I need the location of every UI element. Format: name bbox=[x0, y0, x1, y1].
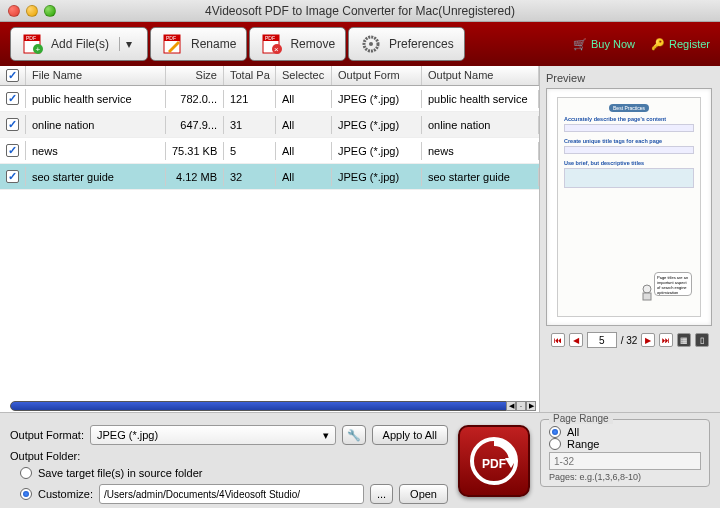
rename-button[interactable]: PDF Rename bbox=[150, 27, 247, 61]
row-checkbox[interactable] bbox=[6, 118, 19, 131]
single-view-button[interactable]: ▯ bbox=[695, 333, 709, 347]
convert-button[interactable]: PDF bbox=[458, 425, 530, 497]
file-list-panel: File Name Size Total Pa Selectec Output … bbox=[0, 66, 540, 412]
svg-text:PDF: PDF bbox=[482, 457, 506, 471]
thumbnail-view-button[interactable]: ▦ bbox=[677, 333, 691, 347]
page-range-fieldset: Page Range All Range Pages: e.g.(1,3,6,8… bbox=[540, 419, 710, 487]
mascot-icon bbox=[640, 284, 654, 302]
cell-total: 5 bbox=[224, 142, 276, 160]
cell-selected: All bbox=[276, 116, 332, 134]
prev-page-button[interactable]: ◀ bbox=[569, 333, 583, 347]
pdf-remove-icon: PDF× bbox=[260, 32, 284, 56]
open-folder-button[interactable]: Open bbox=[399, 484, 448, 504]
svg-rect-16 bbox=[643, 293, 651, 300]
cell-selected: All bbox=[276, 142, 332, 160]
cell-total: 32 bbox=[224, 168, 276, 186]
svg-text:×: × bbox=[274, 45, 279, 54]
remove-label: Remove bbox=[290, 37, 335, 51]
register-link[interactable]: 🔑Register bbox=[651, 38, 710, 51]
format-settings-button[interactable]: 🔧 bbox=[342, 425, 366, 445]
pv-badge: Best Practices bbox=[609, 104, 649, 112]
key-icon: 🔑 bbox=[651, 38, 665, 51]
window-title: 4Videosoft PDF to Image Converter for Ma… bbox=[0, 4, 720, 18]
table-row[interactable]: news 75.31 KB 5 All JPEG (*.jpg) news bbox=[0, 138, 539, 164]
customize-radio[interactable] bbox=[20, 488, 32, 500]
chevron-down-icon: ▾ bbox=[323, 429, 329, 442]
table-row[interactable]: seo starter guide 4.12 MB 32 All JPEG (*… bbox=[0, 164, 539, 190]
row-checkbox[interactable] bbox=[6, 92, 19, 105]
preview-callout: Page titles are an important aspect of s… bbox=[654, 272, 692, 296]
cell-output: news bbox=[422, 142, 539, 160]
svg-text:PDF: PDF bbox=[166, 35, 176, 41]
buy-now-link[interactable]: 🛒Buy Now bbox=[573, 38, 635, 51]
save-source-label: Save target file(s) in source folder bbox=[38, 467, 202, 479]
cell-size: 75.31 KB bbox=[166, 142, 224, 160]
col-format[interactable]: Output Form bbox=[332, 66, 422, 85]
cell-size: 647.9... bbox=[166, 116, 224, 134]
row-checkbox[interactable] bbox=[6, 170, 19, 183]
page-input[interactable] bbox=[587, 332, 617, 348]
range-all-radio[interactable] bbox=[549, 426, 561, 438]
col-total[interactable]: Total Pa bbox=[224, 66, 276, 85]
preview-box: Best Practices Accurately describe the p… bbox=[546, 88, 712, 326]
pdf-rename-icon: PDF bbox=[161, 32, 185, 56]
row-checkbox[interactable] bbox=[6, 144, 19, 157]
cell-output: public health service bbox=[422, 90, 539, 108]
wrench-icon: 🔧 bbox=[347, 429, 361, 442]
svg-point-14 bbox=[369, 42, 373, 46]
col-filename[interactable]: File Name bbox=[26, 66, 166, 85]
cell-filename: news bbox=[26, 142, 166, 160]
range-hint: Pages: e.g.(1,3,6,8-10) bbox=[549, 472, 701, 482]
preview-label: Preview bbox=[546, 72, 714, 84]
range-custom-radio[interactable] bbox=[549, 438, 561, 450]
col-size[interactable]: Size bbox=[166, 66, 224, 85]
next-page-button[interactable]: ▶ bbox=[641, 333, 655, 347]
cell-selected: All bbox=[276, 90, 332, 108]
range-input[interactable] bbox=[549, 452, 701, 470]
output-path-input[interactable]: /Users/admin/Documents/4Videosoft Studio… bbox=[99, 484, 364, 504]
table-header: File Name Size Total Pa Selectec Output … bbox=[0, 66, 539, 86]
browse-button[interactable]: ... bbox=[370, 484, 393, 504]
scroll-split[interactable]: · bbox=[516, 401, 526, 411]
horizontal-scrollbar[interactable] bbox=[10, 401, 520, 411]
customize-label: Customize: bbox=[38, 488, 93, 500]
first-page-button[interactable]: ⏮ bbox=[551, 333, 565, 347]
footer: ◀·▶ Output Format: JPEG (*.jpg)▾ 🔧 Apply… bbox=[0, 412, 720, 508]
cell-format: JPEG (*.jpg) bbox=[332, 142, 422, 160]
svg-text:+: + bbox=[36, 45, 41, 54]
cell-filename: online nation bbox=[26, 116, 166, 134]
cell-output: online nation bbox=[422, 116, 539, 134]
cell-size: 782.0... bbox=[166, 90, 224, 108]
cart-icon: 🛒 bbox=[573, 38, 587, 51]
rename-label: Rename bbox=[191, 37, 236, 51]
save-source-radio[interactable] bbox=[20, 467, 32, 479]
scroll-left[interactable]: ◀ bbox=[506, 401, 516, 411]
table-row[interactable]: public health service 782.0... 121 All J… bbox=[0, 86, 539, 112]
col-outname[interactable]: Output Name bbox=[422, 66, 539, 85]
cell-format: JPEG (*.jpg) bbox=[332, 90, 422, 108]
titlebar: 4Videosoft PDF to Image Converter for Ma… bbox=[0, 0, 720, 22]
toolbar: PDF+ Add File(s) ▾ PDF Rename PDF× Remov… bbox=[0, 22, 720, 66]
output-format-select[interactable]: JPEG (*.jpg)▾ bbox=[90, 425, 336, 445]
pdf-convert-icon: PDF bbox=[469, 436, 519, 486]
add-files-button[interactable]: PDF+ Add File(s) ▾ bbox=[10, 27, 148, 61]
apply-to-all-button[interactable]: Apply to All bbox=[372, 425, 448, 445]
cell-output: seo starter guide bbox=[422, 168, 539, 186]
svg-text:PDF: PDF bbox=[26, 35, 36, 41]
cell-format: JPEG (*.jpg) bbox=[332, 168, 422, 186]
page-nav: ⏮ ◀ / 32 ▶ ⏭ ▦ ▯ bbox=[546, 332, 714, 348]
preferences-label: Preferences bbox=[389, 37, 454, 51]
scroll-right[interactable]: ▶ bbox=[526, 401, 536, 411]
col-selected[interactable]: Selectec bbox=[276, 66, 332, 85]
add-files-dropdown[interactable]: ▾ bbox=[119, 37, 137, 51]
page-total: / 32 bbox=[621, 335, 638, 346]
header-checkbox[interactable] bbox=[0, 66, 26, 85]
last-page-button[interactable]: ⏭ bbox=[659, 333, 673, 347]
add-files-label: Add File(s) bbox=[51, 37, 109, 51]
cell-total: 31 bbox=[224, 116, 276, 134]
remove-button[interactable]: PDF× Remove bbox=[249, 27, 346, 61]
table-row[interactable]: online nation 647.9... 31 All JPEG (*.jp… bbox=[0, 112, 539, 138]
preferences-button[interactable]: Preferences bbox=[348, 27, 465, 61]
cell-selected: All bbox=[276, 168, 332, 186]
cell-total: 121 bbox=[224, 90, 276, 108]
